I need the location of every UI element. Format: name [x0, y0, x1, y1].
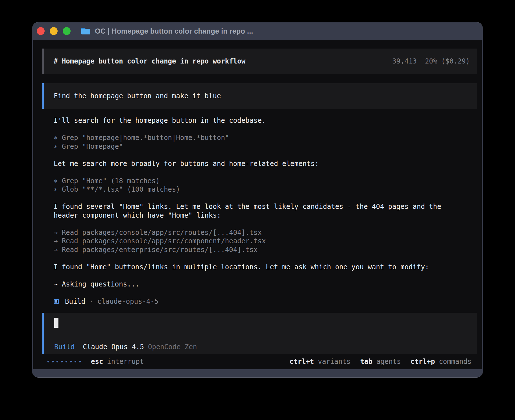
conversation: I'll search for the homepage button in t…: [42, 116, 477, 297]
user-message-text: Find the homepage button and make it blu…: [54, 92, 221, 100]
assistant-text-line: header component which have "Home" links…: [54, 211, 477, 220]
model-label[interactable]: Claude Opus 4.5: [83, 343, 144, 351]
tool-call-line: ∗ Grep "homepage|home.*button|Home.*butt…: [54, 134, 477, 142]
desktop: OC | Homepage button color change in rep…: [0, 0, 515, 420]
tool-call-line: → Read packages/enterprise/src/routes/[.…: [54, 246, 477, 254]
assistant-text-line: I'll search for the homepage button in t…: [54, 116, 477, 125]
window-title: OC | Homepage button color change in rep…: [95, 27, 253, 35]
user-message: Find the homepage button and make it blu…: [42, 83, 477, 109]
tool-call-line: → Read packages/console/app/src/componen…: [54, 237, 477, 246]
assistant-text: Let me search more broadly for buttons a…: [54, 159, 477, 168]
statusbar-left: escinterrupt: [42, 358, 144, 366]
keybind-label: commands: [439, 358, 472, 366]
tool-call-group: ∗ Grep "Home" (18 matches)∗ Glob "**/*.t…: [54, 177, 477, 194]
keybind-label: interrupt: [107, 358, 144, 366]
mode-label[interactable]: Build: [54, 343, 75, 351]
keybind-hint-commands: ctrl+pcommands: [411, 358, 472, 366]
agent-status-line: Build · claude-opus-4-5: [42, 297, 477, 306]
agent-square-icon: [54, 299, 59, 304]
agent-separator: ·: [89, 298, 93, 305]
input-modeline: Build Claude Opus 4.5 OpenCode Zen: [54, 343, 470, 351]
spinner-dot: [66, 361, 67, 362]
keybind-key: esc: [91, 358, 103, 366]
keybind-label: agents: [376, 358, 401, 366]
assistant-text: I'll search for the homepage button in t…: [54, 116, 477, 125]
status-bar: escinterrupt ctrl+tvariantstabagentsctrl…: [42, 354, 477, 369]
session-stats: 39,41320% ($0.29): [392, 57, 470, 65]
keybind-key: tab: [360, 358, 372, 366]
terminal-window: OC | Homepage button color change in rep…: [32, 22, 483, 378]
assistant-text-line: I found "Home" buttons/links in multiple…: [54, 263, 477, 272]
zoom-button[interactable]: [63, 27, 71, 35]
agent-model: claude-opus-4-5: [97, 298, 159, 305]
spinner-dot: [75, 361, 76, 362]
spinner-dot: [61, 361, 63, 362]
assistant-text-line: Let me search more broadly for buttons a…: [54, 159, 477, 168]
tool-call-group: ∗ Grep "homepage|home.*button|Home.*butt…: [54, 134, 477, 151]
text-cursor: [54, 318, 58, 328]
close-button[interactable]: [37, 27, 45, 35]
session-header: # Homepage button color change in repo w…: [42, 49, 477, 74]
tool-call-group: → Read packages/console/app/src/routes/[…: [54, 228, 477, 254]
folder-icon: [81, 27, 91, 35]
spinner-dot: [47, 361, 49, 362]
keybind-label: variants: [318, 358, 351, 366]
provider-label: OpenCode Zen: [148, 343, 197, 351]
keybind-key: ctrl+p: [411, 358, 435, 366]
assistant-text-line: I found several "Home" links. Let me loo…: [54, 202, 477, 211]
statusbar-right: ctrl+tvariantstabagentsctrl+pcommands: [289, 358, 472, 366]
keybind-key: ctrl+t: [289, 358, 314, 366]
assistant-text: I found several "Home" links. Let me loo…: [54, 202, 477, 220]
tool-call-line: ∗ Grep "Home" (18 matches): [54, 177, 477, 185]
spinner-dot: [70, 361, 72, 362]
tool-call-line: ∗ Glob "**/*.tsx" (100 matches): [54, 185, 477, 194]
spinner-dot: [56, 361, 58, 362]
keybind-hint-variants: ctrl+tvariants: [289, 358, 350, 366]
assistant-text: I found "Home" buttons/links in multiple…: [54, 263, 477, 272]
tool-call-line: ∗ Grep "Homepage": [54, 142, 477, 151]
context-usage: 20% ($0.29): [425, 57, 470, 65]
session-title: # Homepage button color change in repo w…: [54, 57, 245, 65]
spinner-dot: [52, 361, 54, 362]
terminal-content: # Homepage button color change in repo w…: [33, 40, 482, 369]
prompt-input[interactable]: Build Claude Opus 4.5 OpenCode Zen: [42, 313, 477, 354]
spinner-dots: [47, 361, 81, 362]
assistant-text: ~ Asking questions...: [54, 280, 477, 289]
tool-call-line: → Read packages/console/app/src/routes/[…: [54, 228, 477, 237]
token-count: 39,413: [392, 57, 417, 65]
minimize-button[interactable]: [50, 27, 58, 35]
window-titlebar[interactable]: OC | Homepage button color change in rep…: [32, 22, 483, 40]
spinner-dot: [79, 361, 81, 362]
assistant-text-line: ~ Asking questions...: [54, 280, 477, 289]
traffic-lights: [37, 27, 71, 35]
keybind-hint-interrupt: escinterrupt: [91, 358, 144, 366]
agent-name: Build: [65, 298, 85, 305]
keybind-hint-agents: tabagents: [360, 358, 401, 366]
